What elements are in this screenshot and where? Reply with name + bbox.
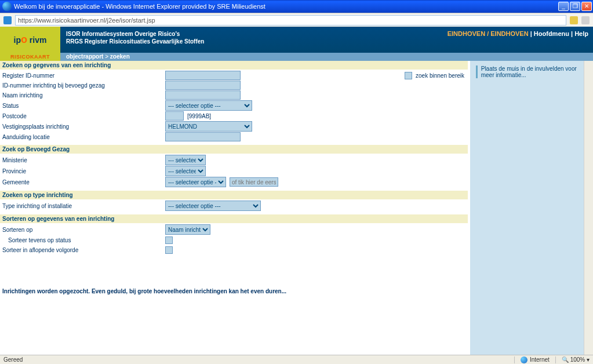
- maximize-button[interactable]: ❐: [570, 2, 580, 11]
- window-title: Welkom bij de invoerapplicatie - Windows…: [14, 3, 558, 10]
- page-favicon: [3, 16, 12, 24]
- tool-icon[interactable]: [581, 16, 590, 24]
- ie-icon: [2, 2, 12, 11]
- lock-icon: [570, 16, 578, 24]
- window-buttons: _ ❐ ✕: [558, 2, 592, 11]
- url-field-wrap[interactable]: [15, 15, 566, 26]
- address-bar-tools: [570, 16, 590, 24]
- close-button[interactable]: ✕: [581, 2, 592, 11]
- url-input[interactable]: [18, 17, 563, 24]
- window-titlebar: Welkom bij de invoerapplicatie - Windows…: [0, 0, 593, 13]
- minimize-button[interactable]: _: [558, 2, 569, 11]
- address-bar: [0, 13, 593, 27]
